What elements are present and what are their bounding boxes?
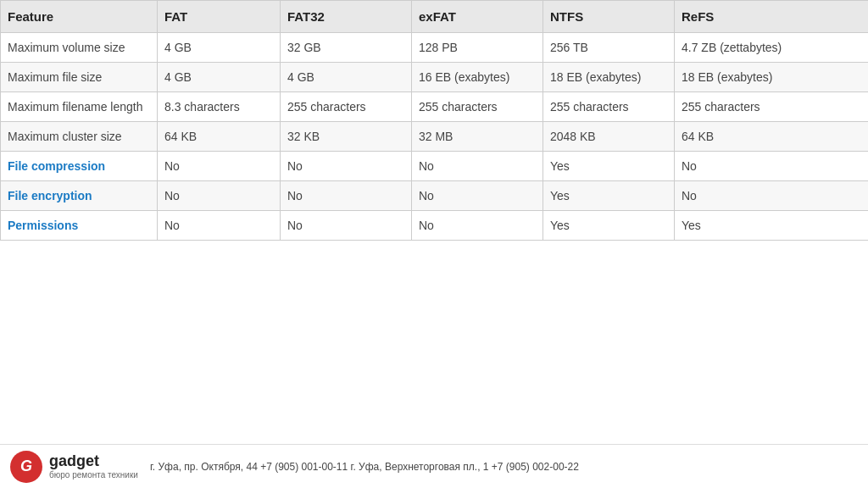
data-cell: 16 EB (exabytes) [412, 63, 543, 92]
data-cell: Yes [543, 181, 675, 211]
logo-text-block: gadget бюро ремонта техники [49, 452, 138, 481]
data-cell: No [158, 181, 281, 211]
data-cell: 64 KB [158, 122, 281, 152]
feature-cell: File compression [1, 152, 158, 181]
data-cell: No [281, 211, 412, 241]
data-cell: 255 characters [543, 92, 675, 122]
logo-letter: G [20, 458, 32, 475]
data-cell: 18 EB (exabytes) [543, 63, 675, 92]
data-cell: No [158, 211, 281, 241]
table-row: File encryptionNoNoNoYesNo [1, 181, 869, 211]
data-cell: 32 GB [281, 33, 412, 63]
col-header-fat: FAT [158, 1, 281, 33]
feature-cell: Permissions [1, 211, 158, 241]
data-cell: No [412, 211, 543, 241]
table-row: File compressionNoNoNoYesNo [1, 152, 869, 181]
data-cell: No [281, 152, 412, 181]
data-cell: 128 PB [412, 33, 543, 63]
data-cell: No [281, 181, 412, 211]
feature-cell: Maximum filename length [1, 92, 158, 122]
data-cell: 4.7 ZB (zettabytes) [675, 33, 869, 63]
table-row: PermissionsNoNoNoYesYes [1, 211, 869, 241]
data-cell: 18 EB (exabytes) [675, 63, 869, 92]
table-row: Maximum volume size4 GB32 GB128 PB256 TB… [1, 33, 869, 63]
comparison-table: Feature FAT FAT32 exFAT NTFS ReFS Maximu… [0, 0, 868, 241]
data-cell: No [412, 181, 543, 211]
footer: G gadget бюро ремонта техники г. Уфа, пр… [0, 444, 868, 488]
table-row: Maximum filename length8.3 characters255… [1, 92, 869, 122]
data-cell: 4 GB [158, 63, 281, 92]
table-row: Maximum file size4 GB4 GB16 EB (exabytes… [1, 63, 869, 92]
col-header-fat32: FAT32 [281, 1, 412, 33]
table-header-row: Feature FAT FAT32 exFAT NTFS ReFS [1, 1, 869, 33]
logo-main-text: gadget [49, 452, 138, 471]
col-header-refs: ReFS [675, 1, 869, 33]
data-cell: 4 GB [158, 33, 281, 63]
data-cell: No [675, 152, 869, 181]
feature-cell: File encryption [1, 181, 158, 211]
data-cell: 255 characters [675, 92, 869, 122]
col-header-feature: Feature [1, 1, 158, 33]
feature-cell: Maximum volume size [1, 33, 158, 63]
data-cell: Yes [543, 152, 675, 181]
data-cell: 255 characters [281, 92, 412, 122]
col-header-exfat: exFAT [412, 1, 543, 33]
data-cell: 4 GB [281, 63, 412, 92]
data-cell: No [158, 152, 281, 181]
data-cell: No [412, 152, 543, 181]
data-cell: Yes [675, 211, 869, 241]
data-cell: 64 KB [675, 122, 869, 152]
logo-sub-text: бюро ремонта техники [49, 470, 138, 480]
data-cell: Yes [543, 211, 675, 241]
data-cell: No [675, 181, 869, 211]
logo-circle: G [10, 451, 42, 483]
feature-cell: Maximum cluster size [1, 122, 158, 152]
data-cell: 256 TB [543, 33, 675, 63]
data-cell: 32 KB [281, 122, 412, 152]
data-cell: 8.3 characters [158, 92, 281, 122]
table-wrapper: Feature FAT FAT32 exFAT NTFS ReFS Maximu… [0, 0, 868, 444]
col-header-ntfs: NTFS [543, 1, 675, 33]
data-cell: 32 MB [412, 122, 543, 152]
feature-cell: Maximum file size [1, 63, 158, 92]
logo-container: G gadget бюро ремонта техники [10, 451, 138, 483]
table-row: Maximum cluster size64 KB32 KB32 MB2048 … [1, 122, 869, 152]
main-container: Feature FAT FAT32 exFAT NTFS ReFS Maximu… [0, 0, 868, 488]
data-cell: 255 characters [412, 92, 543, 122]
data-cell: 2048 KB [543, 122, 675, 152]
footer-address: г. Уфа, пр. Октября, 44 +7 (905) 001-00-… [150, 461, 858, 473]
